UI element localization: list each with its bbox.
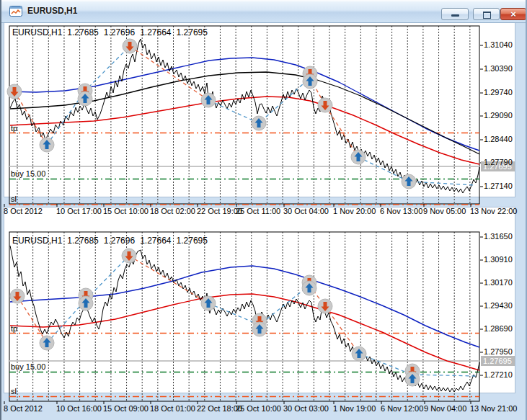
- chart-window: EURUSD,H11.276851.276961.276641.27695 EU…: [0, 0, 527, 420]
- chart-panel-bottom[interactable]: [4, 207, 515, 393]
- window-titlebar[interactable]: EURUSD,H1 ×: [0, 0, 527, 23]
- minimize-icon: [451, 14, 459, 17]
- window-title: EURUSD,H1: [27, 6, 77, 16]
- titlebar-gloss: [0, 0, 527, 1]
- close-button[interactable]: ×: [500, 8, 526, 20]
- restore-icon: [483, 12, 491, 19]
- window-left-border: [0, 0, 1, 420]
- restore-button[interactable]: [473, 8, 500, 20]
- chart-panel-top[interactable]: [4, 1, 515, 197]
- candlestick-chart-icon: [9, 6, 22, 17]
- close-icon: ×: [501, 9, 526, 19]
- minimize-button[interactable]: [441, 8, 469, 20]
